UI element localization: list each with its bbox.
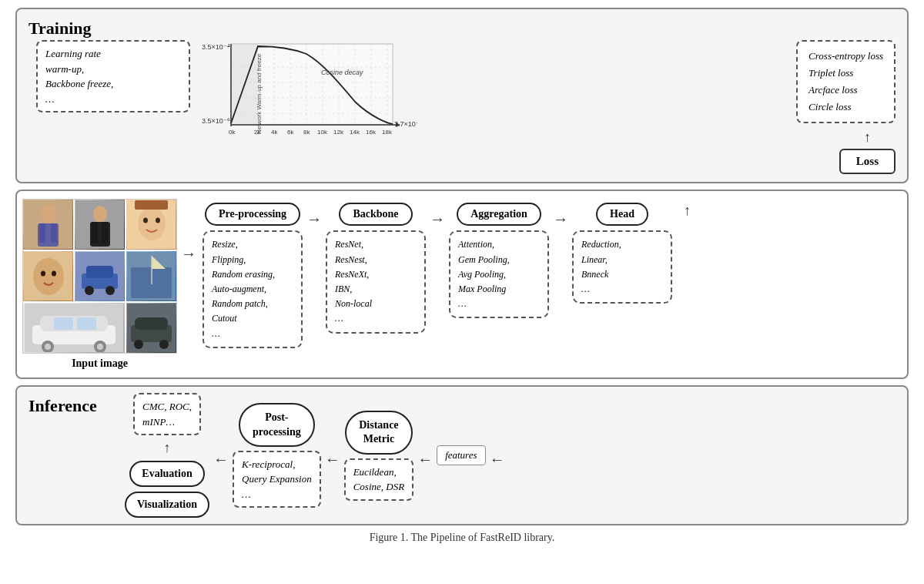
distance-details-box: Eucildean,Cosine, DSR	[344, 458, 413, 501]
svg-text:Cosine decay: Cosine decay	[321, 69, 363, 76]
backbone-details: ResNet,ResNest,ResNeXt,IBN,Non-local…	[326, 230, 426, 333]
stage-aggregation: Aggregation Attention,Gem Pooling,Avg Po…	[449, 203, 549, 318]
svg-rect-56	[86, 266, 113, 278]
image-cell-face1	[126, 200, 176, 250]
training-description: Learning ratewarm-up,Backbone freeze,…	[45, 48, 113, 105]
arrow-cmc: ↑	[164, 440, 171, 456]
arrow-aggregation-head: →	[553, 210, 568, 228]
arrow-backbone-aggregation: →	[430, 210, 445, 228]
image-cell-car-white	[23, 303, 125, 353]
post-details: K-reciprocal,Query Expansion…	[242, 458, 312, 500]
svg-text:10k: 10k	[317, 129, 328, 136]
arrow-postprocess-eval: ←	[213, 451, 229, 468]
image-cell-person2	[75, 200, 125, 250]
svg-rect-70	[54, 317, 73, 330]
training-label: Training	[28, 18, 92, 39]
arrow-head-features: ←	[490, 451, 505, 468]
svg-point-41	[93, 206, 107, 223]
loss-section: Cross-entropy loss Triplet loss Arcface …	[796, 40, 896, 174]
aggregation-details: Attention,Gem Pooling,Avg Pooling,Max Po…	[449, 230, 549, 318]
image-cell-car-dark	[126, 303, 176, 353]
svg-text:6k: 6k	[287, 129, 294, 136]
inference-section: Inference CMC, ROC,mINP… ↑ Evaluation Vi…	[15, 385, 909, 525]
training-description-box: Learning ratewarm-up,Backbone freeze,…	[36, 40, 190, 112]
training-section: Training Learning ratewarm-up,Backbone f…	[15, 8, 909, 183]
inference-label: Inference	[28, 396, 97, 416]
preprocessing-title: Pre-processing	[205, 203, 300, 226]
cmc-box: CMC, ROC,mINP…	[133, 393, 201, 435]
backbone-title: Backbone	[339, 203, 412, 226]
svg-point-47	[143, 218, 148, 223]
svg-point-48	[156, 218, 160, 223]
image-grid	[22, 199, 177, 354]
svg-point-52	[41, 271, 45, 277]
loss-types: Cross-entropy loss Triplet loss Arcface …	[808, 50, 883, 112]
svg-rect-43	[92, 222, 98, 243]
svg-text:3.5×10⁻⁶: 3.5×10⁻⁶	[202, 117, 230, 125]
svg-text:0k: 0k	[229, 129, 236, 136]
aggregation-title: Aggregation	[457, 203, 541, 226]
inference-content: CMC, ROC,mINP… ↑ Evaluation Visualizatio…	[125, 393, 899, 518]
svg-point-76	[159, 340, 169, 349]
svg-point-53	[52, 271, 56, 277]
arrow-features-distance: ←	[417, 451, 433, 468]
svg-rect-49	[135, 200, 168, 210]
head-title: Head	[596, 203, 648, 226]
svg-text:18k: 18k	[382, 129, 393, 136]
svg-point-46	[138, 206, 166, 240]
svg-point-58	[105, 286, 115, 295]
svg-text:8k: 8k	[303, 129, 310, 136]
distance-metric-box: DistanceMetric	[345, 411, 412, 454]
svg-rect-74	[135, 317, 168, 330]
image-cell-boat	[126, 251, 176, 301]
loss-arrow-up: ↑	[864, 129, 871, 146]
svg-text:Network Warm-up and freeze: Network Warm-up and freeze	[256, 53, 263, 134]
loss-types-box: Cross-entropy loss Triplet loss Arcface …	[796, 40, 896, 123]
post-details-box: K-reciprocal,Query Expansion…	[233, 451, 321, 508]
stage-preprocessing: Pre-processing Resize,Flipping,Random er…	[203, 203, 303, 347]
features-box: features	[437, 445, 485, 465]
evaluation-box: Evaluation	[129, 461, 204, 487]
pipeline-section: Input image → Pre-processing Resize,Flip…	[15, 190, 909, 379]
image-cell-face2	[23, 251, 73, 301]
svg-rect-38	[39, 223, 45, 243]
preprocessing-details: Resize,Flipping,Random erasing,Auto-augm…	[203, 230, 303, 347]
lr-chart: 3.5×10⁻⁴ 3.5×10⁻⁶ 7.7×10⁻⁷ 0k 2k 4k 6k 8…	[202, 40, 417, 152]
arrow-head-loss: ↑	[684, 203, 691, 219]
svg-text:7.7×10⁻⁷: 7.7×10⁻⁷	[394, 120, 417, 128]
stage-backbone: Backbone ResNet,ResNest,ResNeXt,IBN,Non-…	[326, 203, 426, 333]
svg-point-69	[97, 344, 103, 350]
image-cell-vehicle	[75, 251, 125, 301]
svg-point-67	[45, 344, 51, 350]
post-processing-box: Post-processing	[239, 403, 315, 446]
cmc-text: CMC, ROC,mINP…	[142, 401, 192, 428]
svg-rect-65	[40, 316, 108, 331]
input-image-area: Input image	[25, 199, 175, 370]
svg-text:4k: 4k	[271, 129, 278, 136]
svg-text:14k: 14k	[350, 129, 360, 136]
svg-point-51	[33, 258, 64, 295]
distance-metric-group: DistanceMetric Eucildean,Cosine, DSR	[344, 411, 413, 500]
main-container: Training Learning ratewarm-up,Backbone f…	[15, 8, 909, 544]
svg-point-57	[85, 286, 94, 295]
svg-rect-39	[51, 223, 57, 243]
training-content: Learning ratewarm-up,Backbone freeze,…	[28, 40, 896, 174]
svg-point-75	[134, 340, 143, 349]
arrow-input-preprocess: →	[181, 245, 196, 263]
loss-box: Loss	[839, 149, 896, 174]
pipeline-stages: Pre-processing Resize,Flipping,Random er…	[203, 203, 899, 347]
head-details: Reduction,Linear,Bnneck…	[572, 230, 672, 304]
post-processing-group: Post-processing K-reciprocal,Query Expan…	[233, 403, 321, 508]
svg-text:3.5×10⁻⁴: 3.5×10⁻⁴	[202, 43, 230, 51]
image-cell-person1	[23, 200, 73, 250]
svg-text:12k: 12k	[333, 129, 344, 136]
figure-caption: Figure 1. The Pipeline of FastReID libra…	[15, 532, 909, 544]
svg-rect-71	[77, 317, 96, 330]
arrow-distance-post: ←	[325, 451, 340, 468]
distance-details: Eucildean,Cosine, DSR	[353, 466, 404, 493]
svg-point-36	[41, 205, 56, 223]
visualization-box: Visualization	[125, 492, 209, 518]
svg-text:16k: 16k	[366, 129, 377, 136]
input-image-label: Input image	[72, 357, 128, 370]
arrow-preprocess-backbone: →	[306, 210, 322, 228]
